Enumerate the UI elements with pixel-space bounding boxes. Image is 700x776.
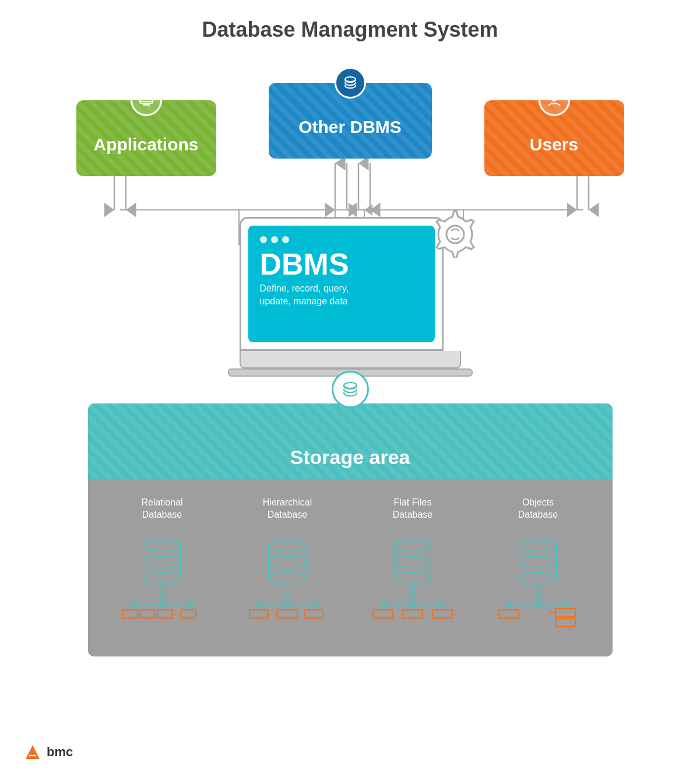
svg-point-29 bbox=[344, 382, 357, 388]
svg-rect-93 bbox=[555, 619, 575, 627]
svg-point-79 bbox=[519, 540, 557, 552]
svg-point-28 bbox=[446, 226, 464, 243]
svg-rect-44 bbox=[140, 610, 155, 618]
applications-label: Applications bbox=[93, 135, 198, 155]
svg-point-82 bbox=[519, 556, 557, 568]
bmc-logo: bmc bbox=[23, 743, 73, 761]
page-title: Database Managment System bbox=[202, 17, 498, 42]
laptop-screen-border: DBMS Define, record, query,update, manag… bbox=[240, 217, 444, 351]
svg-point-47 bbox=[269, 540, 306, 552]
laptop-computer: DBMS Define, record, query,update, manag… bbox=[240, 217, 461, 374]
svg-rect-92 bbox=[555, 609, 575, 617]
top-row: Applications Other DBMS Us bbox=[0, 59, 700, 182]
storage-databases: RelationalDatabase bbox=[88, 479, 613, 656]
storage-section: Storage area RelationalDatabase bbox=[88, 403, 613, 656]
bmc-text: bmc bbox=[47, 745, 73, 760]
svg-rect-62 bbox=[305, 610, 323, 618]
relational-db-label: RelationalDatabase bbox=[141, 497, 182, 521]
screen-dot-3 bbox=[282, 236, 289, 243]
applications-box: Applications bbox=[76, 100, 216, 176]
svg-rect-61 bbox=[249, 610, 268, 618]
svg-point-63 bbox=[394, 540, 431, 552]
svg-point-85 bbox=[519, 573, 557, 584]
svg-rect-77 bbox=[403, 610, 423, 618]
diagram-container: Database Managment System Applications bbox=[0, 0, 700, 776]
dbms-title: DBMS bbox=[260, 249, 349, 279]
svg-point-53 bbox=[269, 573, 306, 584]
relational-db: RelationalDatabase bbox=[107, 497, 217, 633]
svg-rect-94 bbox=[499, 610, 519, 618]
objects-db-label: ObjectsDatabase bbox=[518, 497, 558, 521]
svg-point-50 bbox=[269, 556, 306, 568]
storage-header: Storage area bbox=[88, 403, 613, 479]
hierarchical-db: HierarchicalDatabase bbox=[232, 497, 343, 633]
users-box: Users bbox=[484, 100, 624, 176]
svg-point-30 bbox=[143, 540, 181, 552]
other-dbms-box: Other DBMS bbox=[269, 83, 432, 159]
database-stack-icon bbox=[335, 67, 366, 99]
monitor-icon bbox=[131, 85, 162, 116]
storage-area: Storage area RelationalDatabase bbox=[88, 392, 613, 656]
svg-rect-46 bbox=[181, 610, 196, 618]
svg-rect-60 bbox=[277, 610, 297, 618]
svg-point-69 bbox=[394, 573, 431, 584]
svg-point-33 bbox=[143, 556, 181, 568]
objects-db: ObjectsDatabase bbox=[483, 497, 593, 633]
flat-files-db: Flat FilesDatabase bbox=[357, 497, 468, 633]
gear-icon bbox=[426, 205, 479, 258]
svg-point-26 bbox=[345, 77, 356, 82]
user-icon bbox=[539, 85, 570, 116]
flat-files-db-label: Flat FilesDatabase bbox=[393, 497, 433, 521]
svg-rect-76 bbox=[373, 610, 393, 618]
svg-point-36 bbox=[143, 573, 181, 584]
svg-point-66 bbox=[394, 556, 431, 568]
svg-rect-78 bbox=[432, 610, 452, 618]
users-label: Users bbox=[530, 135, 578, 155]
laptop-screen: DBMS Define, record, query,update, manag… bbox=[248, 226, 435, 342]
screen-dot-1 bbox=[260, 236, 267, 243]
hierarchical-db-label: HierarchicalDatabase bbox=[263, 497, 312, 521]
storage-title: Storage area bbox=[290, 446, 410, 469]
other-dbms-label: Other DBMS bbox=[298, 117, 402, 137]
svg-point-27 bbox=[551, 95, 557, 101]
laptop-base bbox=[240, 351, 461, 368]
svg-rect-43 bbox=[122, 610, 138, 618]
screen-dots bbox=[260, 236, 289, 243]
storage-db-icon bbox=[332, 371, 369, 408]
dbms-section: DBMS Define, record, query,update, manag… bbox=[0, 217, 700, 374]
dbms-subtitle: Define, record, query,update, manage dat… bbox=[260, 282, 349, 308]
screen-dot-2 bbox=[271, 236, 278, 243]
svg-rect-45 bbox=[157, 610, 173, 618]
